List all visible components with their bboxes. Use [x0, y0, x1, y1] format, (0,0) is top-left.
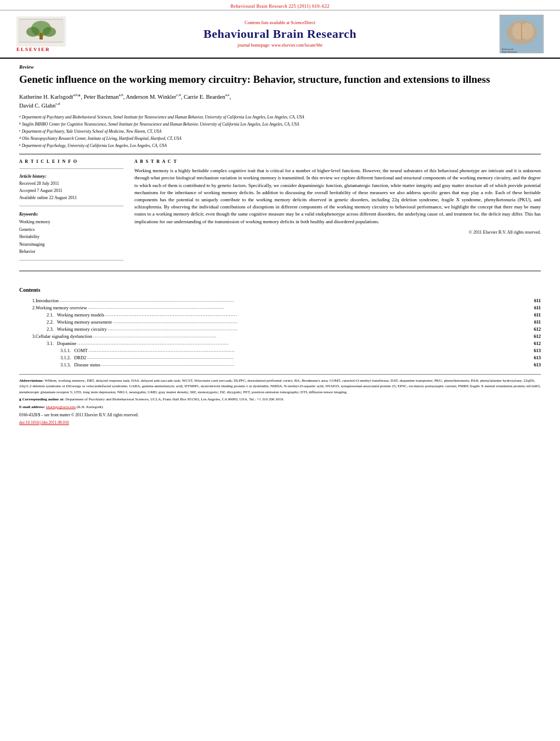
toc-dots-3-1-2: ........................................… [86, 355, 534, 360]
article-info-col: A R T I C L E I N F O Article history: R… [19, 159, 123, 265]
affil-b: b Staglin IMHRO Center for Cognitive Neu… [19, 121, 541, 128]
toc-subnum-2-1: 2.1. [47, 312, 54, 318]
toc-item-3-1-2: 3.1.2. DRD2 ............................… [19, 354, 541, 361]
elsevier-logo-area: ELSEVIER [16, 16, 71, 52]
toc-num-3-1 [19, 340, 36, 347]
toc-num-3: 3. [19, 333, 36, 340]
toc-item-3-1: 3.1. Dopamine ..........................… [19, 340, 541, 347]
journal-homepage[interactable]: journal homepage: www.elsevier.com/locat… [71, 43, 489, 48]
review-label: Review [19, 64, 541, 70]
author-karlsgodt: Katherine H. Karlsgodt [19, 93, 73, 99]
available-date: Available online 22 August 2011 [19, 195, 77, 200]
toc-dots-2-3: ........................................… [107, 326, 534, 332]
affil-sup-a: a [19, 114, 21, 120]
toc-page-3-1-1: 613 [534, 348, 541, 353]
journal-thumbnail: Behavioural Brain Research [500, 15, 544, 53]
abbreviations-row: Abbreviations: WMem, working memory; DRT… [19, 378, 541, 395]
keywords-label: Keywords: [19, 212, 38, 217]
toc-cell-2: Working memory overview ................… [36, 304, 541, 312]
toc-page-3-1: 612 [534, 341, 541, 346]
toc-label-3-1-2: DRD2 [74, 355, 86, 360]
affil-e: e Department of Psychology, University o… [19, 143, 541, 149]
toc-num-1: 1. [19, 297, 36, 304]
journal-center: Contents lists available at ScienceDirec… [71, 20, 489, 48]
toc-page-3: 612 [534, 333, 541, 339]
author-sup-1: a,b,⁎ [73, 93, 81, 97]
license-line: 0166-4328/$ – see front matter © 2011 El… [19, 412, 541, 418]
toc-num-3-1-3 [19, 361, 36, 369]
affil-text-c: Department of Psychiatry, Yale Universit… [22, 128, 162, 135]
kw-3: Heritability [19, 234, 39, 239]
footer-bottom: 0166-4328/$ – see front matter © 2011 El… [19, 412, 541, 426]
email-address[interactable]: kkarlsgo@ucla.edu [46, 405, 76, 409]
toc-item-3-1-1: 3.1.1. COMT ............................… [19, 347, 541, 354]
kw-4: Neuroimaging [19, 242, 44, 247]
affil-sup-c: c [19, 128, 21, 134]
affil-sup-d: d [19, 135, 21, 141]
article-title: Genetic influence on the working memory … [19, 73, 541, 87]
affil-text-d: Olin Neuropsychiatry Research Center, In… [22, 135, 182, 142]
footnote-area: Abbreviations: WMem, working memory; DRT… [19, 374, 541, 426]
sciencedirect-link[interactable]: Contents lists available at ScienceDirec… [71, 20, 489, 25]
toc-cell-3-1-3: 3.1.3. Disease status ..................… [36, 361, 541, 369]
email-note: (K.H. Karlsgodt). [77, 405, 104, 409]
toc-cell-3-1-1: 3.1.1. COMT ............................… [36, 347, 541, 354]
toc-num-2-1 [19, 312, 36, 319]
toc-label-3-1-3: Disease status [74, 362, 100, 367]
affiliations: a Department of Psychiatry and Biobehavi… [19, 114, 541, 149]
affil-a: a Department of Psychiatry and Biobehavi… [19, 114, 541, 121]
corresponding-label: ⁎ Corresponding author at: [19, 397, 65, 401]
authors-line: Katherine H. Karlsgodta,b,⁎, Peter Bachm… [19, 92, 541, 110]
toc-num-2: 2. [19, 304, 36, 312]
divider-info-3 [19, 260, 123, 261]
toc-item-2-2: 2.2. Working memory assessment .........… [19, 319, 541, 326]
toc-cell-3: Cellular signaling dysfunction .........… [36, 333, 541, 340]
toc-subnum-3-1-2: 3.1.2. [60, 355, 71, 360]
toc-dots-2-2: ........................................… [112, 319, 534, 325]
affil-text-b: Staglin IMHRO Center for Cognitive Neuro… [22, 121, 299, 128]
author-sep-4: , [229, 93, 231, 99]
toc-page-2-3: 612 [534, 326, 541, 332]
divider-after-affiliations [19, 154, 541, 155]
accepted-date: Accepted 7 August 2011 [19, 188, 63, 193]
toc-num-2-3 [19, 326, 36, 333]
journal-header: ELSEVIER Contents lists available at Sci… [0, 10, 560, 59]
toc-dots-3-1: ........................................… [76, 341, 534, 346]
toc-label-1: Introduction [36, 298, 59, 303]
svg-point-4 [43, 27, 56, 37]
abstract-text: Working memory is a highly heritable com… [134, 167, 541, 225]
copyright-line: © 2011 Elsevier B.V. All rights reserved… [134, 230, 541, 235]
svg-rect-5 [39, 33, 43, 39]
toc-cell-2-3: 2.3. Working memory circuitry ..........… [36, 326, 541, 333]
abstract-col: A B S T R A C T Working memory is a high… [134, 159, 541, 265]
author-sep-2: , Anderson M. Winkler [123, 93, 177, 99]
corresponding-row: ⁎ Corresponding author at: Department of… [19, 397, 541, 403]
affil-c: c Department of Psychiatry, Yale Univers… [19, 128, 541, 135]
elsevier-label: ELSEVIER [16, 47, 50, 52]
svg-point-12 [521, 23, 534, 39]
toc-dots-2: ........................................… [87, 305, 534, 310]
toc-num-2-2 [19, 319, 36, 326]
toc-label-2: Working memory overview [36, 305, 87, 310]
toc-page-3-1-3: 613 [534, 362, 541, 367]
divider-info-1 [19, 168, 123, 169]
author-sup-2: a,b [118, 93, 123, 97]
toc-page-2-1: 611 [534, 312, 541, 318]
history-label: Article history: [19, 174, 47, 179]
toc-item-2: 2. Working memory overview .............… [19, 304, 541, 312]
toc-num-3-1-2 [19, 354, 36, 361]
contents-title: Contents [19, 287, 541, 293]
affil-d: d Olin Neuropsychiatry Research Center, … [19, 135, 541, 142]
doi-line[interactable]: doi:10.1016/j.bbr.2011.08.016 [19, 420, 541, 426]
toc-item-3-1-3: 3.1.3. Disease status ..................… [19, 361, 541, 369]
toc-item-3: 3. Cellular signaling dysfunction ......… [19, 333, 541, 340]
author-sep-3: , Carrie E. Bearden [181, 93, 225, 99]
journal-top-bar: Behavioural Brain Research 225 (2011) 61… [0, 0, 560, 10]
toc-cell-2-1: 2.1. Working memory models .............… [36, 312, 541, 319]
divider-after-abstract [19, 270, 541, 271]
toc-subnum-3-1: 3.1. [47, 341, 54, 346]
author-sup-5: c,d [55, 101, 60, 106]
toc-dots-3-1-3: ........................................… [100, 362, 534, 367]
journal-citation: Behavioural Brain Research 225 (2011) 61… [230, 3, 330, 9]
toc-item-1: 1. Introduction ........................… [19, 297, 541, 304]
